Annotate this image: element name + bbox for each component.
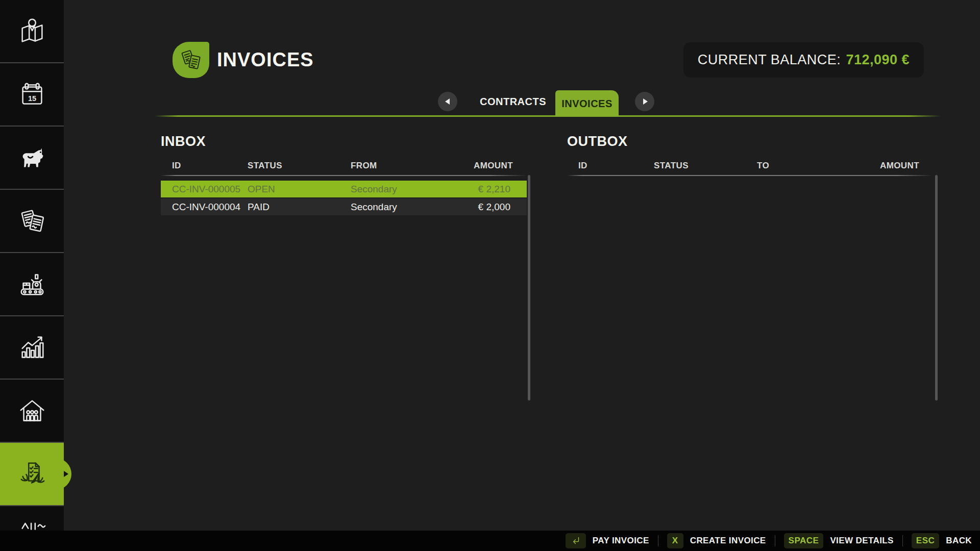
map-icon <box>16 15 48 47</box>
shortcut-pay-invoice[interactable]: PAY INVOICE <box>566 533 649 548</box>
outbox-col-amount: AMOUNT <box>880 161 919 171</box>
outbox-title: OUTBOX <box>567 134 936 149</box>
shortcut-back[interactable]: ESC BACK <box>912 533 972 548</box>
statistics-icon <box>16 332 48 363</box>
inbox-header-divider <box>161 175 527 176</box>
tab-invoices[interactable]: INVOICES <box>555 90 619 117</box>
inbox-col-status: STATUS <box>248 161 282 171</box>
x-key-badge: X <box>667 533 683 548</box>
inbox-col-from: FROM <box>351 161 377 171</box>
tab-prev-button[interactable] <box>438 92 457 111</box>
inbox-title: INBOX <box>161 134 529 149</box>
sidebar-item-farmhouse[interactable] <box>0 380 64 443</box>
page-title: INVOICES <box>217 49 314 71</box>
sidebar: 15 <box>0 0 64 551</box>
sidebar-item-contracts[interactable] <box>0 190 64 253</box>
row-id: CC-INV-000005 <box>172 184 240 195</box>
outbox-col-id: ID <box>578 161 587 171</box>
inbox-section: INBOX ID STATUS FROM AMOUNT CC-INV-00000… <box>161 134 529 216</box>
row-status: PAID <box>248 202 270 213</box>
sidebar-item-production[interactable] <box>0 253 64 316</box>
sidebar-item-invoices[interactable] <box>0 443 64 506</box>
row-id: CC-INV-000004 <box>172 202 240 213</box>
invoices-documents-icon <box>176 45 206 75</box>
enter-key-badge <box>566 533 586 548</box>
table-row[interactable]: CC-INV-000004 PAID Secondary € 2,000 <box>161 198 527 215</box>
current-balance-badge: CURRENT BALANCE: 712,090 € <box>683 42 924 78</box>
shortcut-divider <box>775 535 775 546</box>
outbox-table-header: ID STATUS TO AMOUNT <box>567 161 936 173</box>
active-item-bump <box>54 458 71 490</box>
invoices-checklist-icon <box>16 458 48 490</box>
shortcut-label: CREATE INVOICE <box>690 536 766 546</box>
esc-key-badge: ESC <box>912 533 939 548</box>
active-item-arrow-icon <box>64 471 68 477</box>
sidebar-item-map[interactable] <box>0 0 64 63</box>
shortcut-label: VIEW DETAILS <box>830 536 893 546</box>
shortcut-divider <box>902 535 903 546</box>
row-amount: € 2,210 <box>478 184 510 195</box>
outbox-section: OUTBOX ID STATUS TO AMOUNT <box>567 134 936 181</box>
enter-key-icon <box>570 535 581 546</box>
sidebar-item-statistics[interactable] <box>0 316 64 380</box>
balance-value: 712,090 € <box>846 52 910 68</box>
space-key-badge: SPACE <box>784 533 824 548</box>
sidebar-item-calendar[interactable]: 15 <box>0 63 64 127</box>
sidebar-item-animals[interactable] <box>0 127 64 190</box>
tab-underline <box>155 115 941 117</box>
outbox-scrollbar[interactable] <box>935 175 938 400</box>
documents-icon <box>16 205 48 237</box>
shortcut-view-details[interactable]: SPACE VIEW DETAILS <box>784 533 894 548</box>
calendar-icon: 15 <box>16 79 48 110</box>
outbox-col-to: TO <box>757 161 769 171</box>
inbox-table-header: ID STATUS FROM AMOUNT <box>161 161 529 173</box>
tab-next-button[interactable] <box>635 92 654 111</box>
shortcut-bar: PAY INVOICE X CREATE INVOICE SPACE VIEW … <box>0 531 980 551</box>
left-arrow-icon <box>445 98 450 105</box>
invoices-screen: 15 <box>0 0 980 551</box>
shortcut-divider <box>658 535 658 546</box>
inbox-table-body: CC-INV-000005 OPEN Secondary € 2,210 CC-… <box>161 181 529 215</box>
shortcut-create-invoice[interactable]: X CREATE INVOICE <box>667 533 766 548</box>
table-row[interactable]: CC-INV-000005 OPEN Secondary € 2,210 <box>161 181 527 197</box>
production-icon <box>16 268 48 300</box>
svg-text:15: 15 <box>28 94 36 103</box>
cow-icon <box>16 142 48 173</box>
row-from: Secondary <box>351 202 397 213</box>
tab-contracts[interactable]: CONTRACTS <box>475 96 551 108</box>
right-arrow-icon <box>643 98 648 105</box>
shortcut-label: BACK <box>946 536 972 546</box>
outbox-col-status: STATUS <box>654 161 689 171</box>
shortcut-label: PAY INVOICE <box>593 536 649 546</box>
outbox-header-divider <box>567 175 933 176</box>
row-from: Secondary <box>351 184 397 195</box>
inbox-scrollbar[interactable] <box>528 175 530 400</box>
row-status: OPEN <box>248 184 275 195</box>
inbox-col-id: ID <box>172 161 181 171</box>
row-amount: € 2,000 <box>478 202 510 213</box>
farmhouse-icon <box>16 395 48 427</box>
balance-label: CURRENT BALANCE: <box>698 52 841 68</box>
page-title-icon-bg <box>173 42 209 78</box>
inbox-col-amount: AMOUNT <box>474 161 513 171</box>
